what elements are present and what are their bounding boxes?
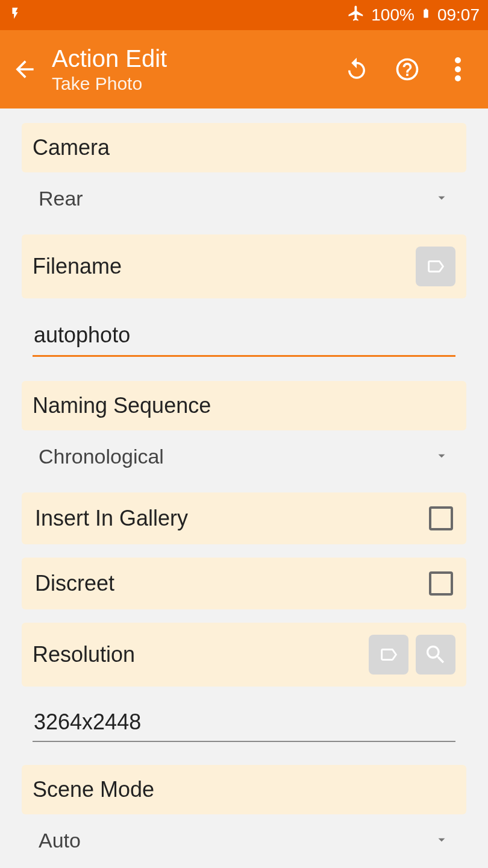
scene-mode-header: Scene Mode <box>22 765 466 814</box>
discreet-label: Discreet <box>35 571 114 596</box>
resolution-header: Resolution <box>22 623 466 687</box>
app-bar: Action Edit Take Photo <box>0 30 488 108</box>
resolution-input[interactable] <box>33 705 455 742</box>
clock-text: 09:07 <box>437 5 480 25</box>
naming-sequence-dropdown[interactable]: Chronological <box>22 430 466 479</box>
help-button[interactable] <box>394 56 421 83</box>
page-title: Action Edit <box>52 45 330 72</box>
insert-in-gallery-row[interactable]: Insert In Gallery <box>22 492 466 544</box>
status-bar: 100% 09:07 <box>0 0 488 30</box>
filename-header: Filename <box>22 234 466 298</box>
airplane-icon <box>347 4 365 27</box>
camera-value: Rear <box>39 187 83 210</box>
tag-button[interactable] <box>416 247 455 286</box>
scene-mode-label: Scene Mode <box>33 777 154 802</box>
filename-label: Filename <box>33 254 122 279</box>
chevron-down-icon <box>434 445 449 468</box>
chevron-down-icon <box>434 829 449 852</box>
insert-in-gallery-checkbox[interactable] <box>429 506 453 530</box>
discreet-checkbox[interactable] <box>429 571 453 596</box>
search-button[interactable] <box>416 635 455 675</box>
resolution-label: Resolution <box>33 642 135 667</box>
camera-label: Camera <box>33 135 110 160</box>
battery-pct: 100% <box>371 5 414 25</box>
discreet-row[interactable]: Discreet <box>22 558 466 609</box>
svg-point-1 <box>455 66 461 72</box>
scene-mode-value: Auto <box>39 829 81 852</box>
content-area: Camera Rear Filename Naming Sequence Chr… <box>0 108 488 868</box>
svg-point-2 <box>455 75 461 81</box>
filename-input[interactable] <box>33 318 455 357</box>
flash-icon <box>8 4 22 27</box>
camera-header: Camera <box>22 123 466 172</box>
undo-button[interactable] <box>343 56 370 83</box>
naming-sequence-header: Naming Sequence <box>22 381 466 430</box>
chevron-down-icon <box>434 187 449 210</box>
page-subtitle: Take Photo <box>52 74 330 94</box>
overflow-menu-button[interactable] <box>445 56 471 83</box>
appbar-titles: Action Edit Take Photo <box>52 45 330 94</box>
camera-dropdown[interactable]: Rear <box>22 172 466 221</box>
back-button[interactable] <box>11 55 39 83</box>
naming-sequence-label: Naming Sequence <box>33 393 211 418</box>
battery-icon <box>421 4 431 27</box>
tag-button[interactable] <box>369 635 408 675</box>
svg-point-0 <box>455 57 461 63</box>
naming-sequence-value: Chronological <box>39 445 164 468</box>
scene-mode-dropdown[interactable]: Auto <box>22 814 466 863</box>
insert-in-gallery-label: Insert In Gallery <box>35 506 188 531</box>
